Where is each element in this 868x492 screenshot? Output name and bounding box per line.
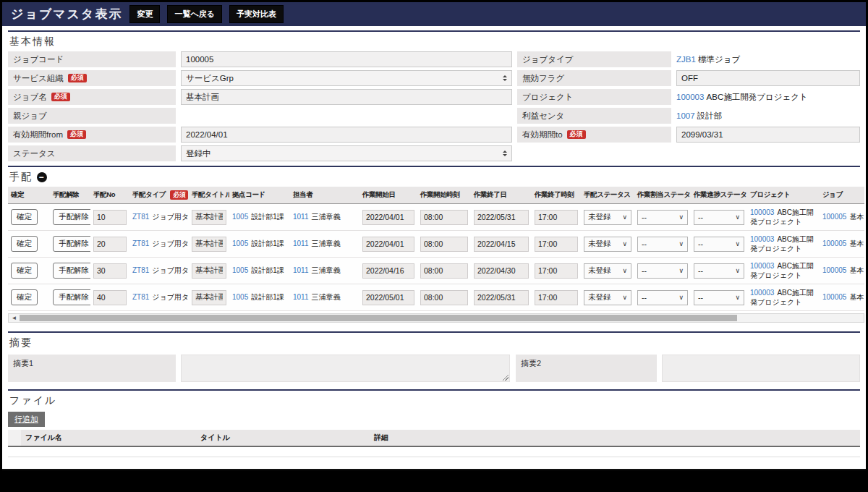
confirm-button[interactable]: 確定 [11,289,38,305]
change-button[interactable]: 変更 [129,5,160,23]
plan-actual-compare-button[interactable]: 予実対比表 [229,5,284,23]
row-project-link[interactable]: 100003 [750,235,774,243]
row-job-link[interactable]: 100005 [822,293,846,301]
person-code-link[interactable]: 1011 [293,213,309,221]
site-code-link[interactable]: 1005 [232,239,248,247]
row-project-link[interactable]: 100003 [750,289,774,297]
tehai-type-link[interactable]: ZT81 [132,239,149,247]
tehai-no-input[interactable] [93,210,127,225]
tehai-title-input[interactable] [192,210,226,225]
valid-to-input[interactable] [676,127,860,143]
release-button[interactable]: 手配解除 [53,236,90,252]
start-time-input[interactable] [420,263,468,279]
back-to-list-button[interactable]: 一覧へ戻る [167,5,222,23]
row-job-link[interactable]: 100005 [822,239,846,247]
profit-center-code-link[interactable]: 1007 [676,111,695,120]
release-button[interactable]: 手配解除 [53,263,90,279]
tehai-status-select[interactable]: 未登録∨ [584,290,631,305]
progress-status-select[interactable]: --∨ [694,263,744,279]
chevron-down-icon: ∨ [678,240,684,247]
col-progress-status: 作業進捗ステータス [691,187,747,203]
start-date-input[interactable] [362,237,414,252]
person-code-link[interactable]: 1011 [293,266,309,274]
assign-status-select[interactable]: --∨ [637,237,688,252]
assign-status-select[interactable]: --∨ [637,290,688,305]
status-select[interactable]: 登録中 [181,145,512,161]
confirm-button[interactable]: 確定 [11,236,38,252]
scrollbar-thumb[interactable] [20,315,737,321]
field-project: プロジェクト 100003 ABC施工開発プロジェクト [517,89,860,105]
tehai-no-input[interactable] [93,290,127,305]
project-code-link[interactable]: 100003 [676,93,704,101]
end-time-input[interactable] [535,290,578,305]
site-text: 設計部1課 [251,213,284,221]
progress-status-select[interactable]: --∨ [694,210,744,225]
tehai-no-input[interactable] [93,237,127,252]
release-button[interactable]: 手配解除 [53,289,90,305]
service-org-label: サービス組織 必須 [8,70,176,86]
col-file-name: ファイル名 [21,430,196,446]
tehai-type-link[interactable]: ZT81 [132,266,149,274]
resize-grip-icon[interactable] [502,374,509,381]
tehai-type-link[interactable]: ZT81 [132,293,149,301]
end-date-input[interactable] [474,237,529,252]
start-date-input[interactable] [362,263,414,279]
field-valid-from: 有効期間from 必須 [8,127,512,143]
start-time-input[interactable] [420,290,468,305]
summary1-textarea[interactable] [181,355,510,382]
tehai-title-input[interactable] [192,237,226,252]
tehai-title-input[interactable] [192,290,226,305]
site-code-link[interactable]: 1005 [232,266,248,274]
end-date-input[interactable] [474,210,529,225]
end-time-input[interactable] [535,237,578,252]
main-content: 基本情報 ジョブコード サービス組織 必須 サービスGrp [2,26,866,469]
scroll-left-arrow-icon[interactable]: ◄ [9,313,20,323]
assign-status-select[interactable]: --∨ [637,210,688,225]
start-date-input[interactable] [362,290,414,305]
job-code-input[interactable] [181,51,512,67]
job-type-code-link[interactable]: ZJB1 [676,55,696,64]
end-date-input[interactable] [474,263,529,279]
summary2-textarea[interactable] [662,355,860,382]
start-time-input[interactable] [420,237,468,252]
required-badge: 必須 [170,190,188,200]
confirm-button[interactable]: 確定 [11,209,38,225]
horizontal-scrollbar[interactable]: ◄ [8,313,864,323]
release-button[interactable]: 手配解除 [53,209,90,225]
row-project-link[interactable]: 100003 [750,208,774,216]
tehai-no-input[interactable] [93,263,127,279]
row-job-text: 基本 [849,266,864,274]
row-job-link[interactable]: 100005 [822,266,846,274]
row-job-link[interactable]: 100005 [822,213,846,221]
site-code-link[interactable]: 1005 [232,293,248,301]
tehai-row: 確定 手配解除 ZT81ジョブ用タスク 1005設計部1課 1011三浦章義 未… [8,204,864,231]
invalid-flag-input[interactable] [676,70,860,86]
valid-from-input[interactable] [181,127,512,143]
row-project-link[interactable]: 100003 [750,262,774,270]
summary2-label: 摘要2 [516,355,657,382]
chevron-down-icon: ∨ [622,240,627,247]
assign-status-select[interactable]: --∨ [637,263,688,279]
end-time-input[interactable] [535,210,578,225]
start-date-input[interactable] [362,210,414,225]
confirm-button[interactable]: 確定 [11,263,38,279]
tehai-status-select[interactable]: 未登録∨ [584,263,631,279]
end-time-input[interactable] [535,263,578,279]
site-code-link[interactable]: 1005 [232,213,248,221]
job-name-input[interactable] [181,89,512,105]
tehai-status-select[interactable]: 未登録∨ [584,237,631,252]
tehai-type-link[interactable]: ZT81 [132,213,149,221]
service-org-select[interactable]: サービスGrp [181,70,512,86]
progress-status-select[interactable]: --∨ [694,237,744,252]
progress-status-select[interactable]: --∨ [694,290,744,305]
person-code-link[interactable]: 1011 [293,239,309,247]
tehai-title-input[interactable] [192,263,226,279]
add-row-button[interactable]: 行追加 [8,412,45,427]
collapse-minus-icon[interactable]: − [37,172,47,182]
field-service-org: サービス組織 必須 サービスGrp [8,70,512,86]
person-code-link[interactable]: 1011 [293,293,309,301]
person-name: 三浦章義 [312,213,341,221]
tehai-status-select[interactable]: 未登録∨ [584,210,631,225]
end-date-input[interactable] [474,290,529,305]
start-time-input[interactable] [420,210,468,225]
